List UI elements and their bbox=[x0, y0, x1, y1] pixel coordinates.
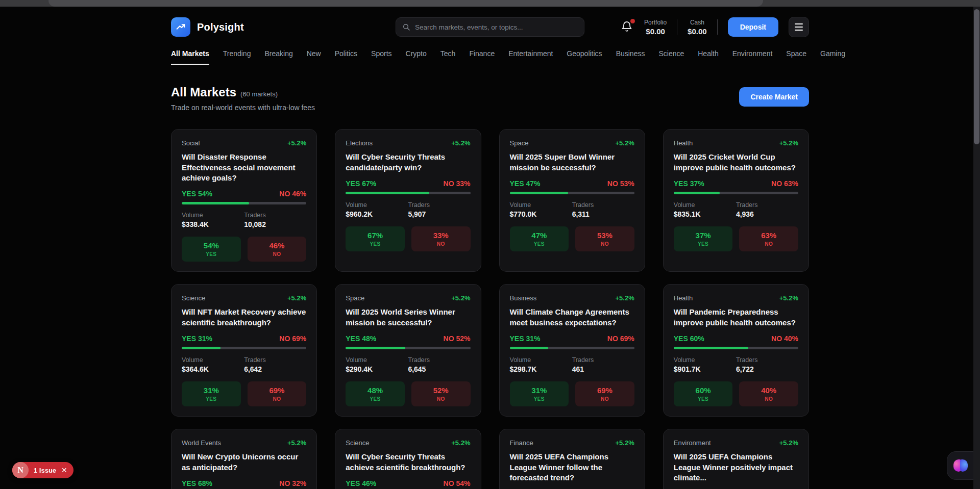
market-change: +5.2% bbox=[616, 439, 634, 447]
buy-no-button[interactable]: 63% NO bbox=[739, 226, 798, 251]
market-card[interactable]: Space +5.2% Will 2025 World Series Winne… bbox=[335, 284, 481, 417]
no-percentage: NO 46% bbox=[279, 190, 306, 198]
yes-percentage: YES 48% bbox=[346, 334, 376, 343]
market-card[interactable]: Business +5.2% Will Climate Change Agree… bbox=[499, 284, 645, 417]
brand[interactable]: Polysight bbox=[171, 17, 244, 37]
app-page: Polysight Portfolio bbox=[0, 0, 980, 489]
traders-stat: Traders 5,907 bbox=[408, 201, 470, 218]
brand-name: Polysight bbox=[197, 21, 244, 33]
create-market-button[interactable]: Create Market bbox=[739, 87, 809, 107]
probability-bar bbox=[510, 192, 634, 194]
market-question: Will Cyber Security Threats candidate/pa… bbox=[346, 152, 470, 173]
volume-value: $835.1K bbox=[674, 210, 736, 218]
buy-no-button[interactable]: 69% NO bbox=[248, 381, 307, 406]
category-nav: All MarketsTrendingBreakingNewPoliticsSp… bbox=[171, 49, 809, 65]
nav-item-entertainment[interactable]: Entertainment bbox=[508, 49, 553, 65]
buy-yes-button[interactable]: 60% YES bbox=[674, 381, 733, 406]
no-percentage: NO 33% bbox=[444, 179, 471, 188]
market-category: Space bbox=[510, 139, 529, 147]
traders-value: 10,082 bbox=[244, 220, 306, 228]
assistant-tab[interactable] bbox=[947, 451, 973, 480]
dev-issue-badge[interactable]: N 1 Issue ✕ bbox=[12, 462, 74, 478]
buy-no-button[interactable]: 53% NO bbox=[575, 226, 634, 251]
nav-item-tech[interactable]: Tech bbox=[440, 49, 456, 65]
buy-no-button[interactable]: 40% NO bbox=[739, 381, 798, 406]
nav-item-environment[interactable]: Environment bbox=[732, 49, 773, 65]
traders-value: 6,311 bbox=[572, 210, 634, 218]
search-input[interactable] bbox=[415, 23, 578, 31]
nav-item-trending[interactable]: Trending bbox=[223, 49, 251, 65]
section-header: All Markets (60 markets) Trade on real-w… bbox=[171, 85, 809, 112]
no-percentage: NO 69% bbox=[279, 334, 306, 343]
market-card[interactable]: Social +5.2% Will Disaster Response Effe… bbox=[171, 129, 317, 272]
search-icon bbox=[402, 23, 410, 31]
market-card[interactable]: World Events +5.2% Will New Crypto Unico… bbox=[171, 429, 317, 489]
traders-value: 6,722 bbox=[736, 365, 798, 373]
menu-button[interactable] bbox=[789, 17, 809, 37]
buy-yes-button[interactable]: 37% YES bbox=[674, 226, 733, 251]
market-change: +5.2% bbox=[779, 294, 798, 302]
nav-item-sports[interactable]: Sports bbox=[371, 49, 391, 65]
market-card[interactable]: Finance +5.2% Will 2025 UEFA Champions L… bbox=[499, 429, 645, 489]
buy-yes-button[interactable]: 47% YES bbox=[510, 226, 569, 251]
market-card[interactable]: Elections +5.2% Will Cyber Security Thre… bbox=[335, 129, 481, 272]
nav-item-all-markets[interactable]: All Markets bbox=[171, 49, 209, 65]
buy-no-button[interactable]: 33% NO bbox=[411, 226, 471, 251]
market-category: World Events bbox=[182, 439, 221, 447]
market-card[interactable]: Health +5.2% Will Pandemic Preparedness … bbox=[663, 284, 809, 417]
volume-value: $298.7K bbox=[510, 365, 572, 373]
yes-percentage: YES 37% bbox=[674, 179, 704, 188]
nav-item-new[interactable]: New bbox=[307, 49, 321, 65]
market-card[interactable]: Environment +5.2% Will 2025 UEFA Champio… bbox=[663, 429, 809, 489]
yes-percentage: YES 31% bbox=[510, 334, 541, 343]
buy-yes-button[interactable]: 31% YES bbox=[510, 381, 569, 406]
volume-stat: Volume $298.7K bbox=[510, 356, 572, 373]
close-icon[interactable]: ✕ bbox=[61, 467, 67, 474]
search-box[interactable] bbox=[396, 17, 584, 37]
buy-yes-button[interactable]: 54% YES bbox=[182, 237, 241, 262]
nav-item-finance[interactable]: Finance bbox=[469, 49, 495, 65]
buy-no-button[interactable]: 46% NO bbox=[248, 237, 307, 262]
nav-item-space[interactable]: Space bbox=[786, 49, 806, 65]
portfolio-label: Portfolio bbox=[644, 19, 667, 26]
page-scrollbar-track[interactable] bbox=[973, 7, 980, 489]
market-category: Environment bbox=[674, 439, 711, 447]
buy-no-button[interactable]: 69% NO bbox=[575, 381, 634, 406]
notifications-button[interactable] bbox=[621, 20, 634, 34]
traders-stat: Traders 4,936 bbox=[736, 201, 798, 218]
market-card[interactable]: Health +5.2% Will 2025 Cricket World Cup… bbox=[663, 129, 809, 272]
market-question: Will New Crypto Unicorns occur as antici… bbox=[182, 452, 306, 473]
nav-item-gaming[interactable]: Gaming bbox=[820, 49, 845, 65]
nav-item-politics[interactable]: Politics bbox=[335, 49, 357, 65]
deposit-button[interactable]: Deposit bbox=[728, 17, 778, 37]
portfolio-value: $0.00 bbox=[644, 27, 667, 36]
market-question: Will 2025 Super Bowl Winner mission be s… bbox=[510, 152, 634, 173]
market-card[interactable]: Space +5.2% Will 2025 Super Bowl Winner … bbox=[499, 129, 645, 272]
market-count: (60 markets) bbox=[240, 90, 278, 98]
volume-stat: Volume $901.7K bbox=[674, 356, 736, 373]
market-question: Will Pandemic Preparedness improve publi… bbox=[674, 307, 798, 328]
market-category: Health bbox=[674, 294, 693, 302]
buy-yes-button[interactable]: 31% YES bbox=[182, 381, 241, 406]
nav-item-business[interactable]: Business bbox=[616, 49, 645, 65]
buy-yes-button[interactable]: 67% YES bbox=[346, 226, 405, 251]
buy-no-button[interactable]: 52% NO bbox=[411, 381, 471, 406]
market-change: +5.2% bbox=[451, 294, 470, 302]
nav-item-science[interactable]: Science bbox=[658, 49, 684, 65]
volume-stat: Volume $835.1K bbox=[674, 201, 736, 218]
market-change: +5.2% bbox=[287, 294, 306, 302]
market-card[interactable]: Science +5.2% Will NFT Market Recovery a… bbox=[171, 284, 317, 417]
buy-yes-button[interactable]: 48% YES bbox=[346, 381, 405, 406]
market-question: Will 2025 World Series Winner mission be… bbox=[346, 307, 470, 328]
nav-item-health[interactable]: Health bbox=[698, 49, 718, 65]
market-card[interactable]: Science +5.2% Will Cyber Security Threat… bbox=[335, 429, 481, 489]
market-question: Will 2025 UEFA Champions League Winner f… bbox=[510, 452, 634, 483]
traders-value: 6,645 bbox=[408, 365, 470, 373]
page-title: All Markets bbox=[171, 85, 236, 99]
page-scrollbar-thumb[interactable] bbox=[974, 9, 979, 144]
nav-item-breaking[interactable]: Breaking bbox=[264, 49, 292, 65]
browser-omnibox-bottom bbox=[48, 0, 763, 7]
nav-item-geopolitics[interactable]: Geopolitics bbox=[567, 49, 602, 65]
nav-item-crypto[interactable]: Crypto bbox=[406, 49, 427, 65]
yes-percentage: YES 46% bbox=[346, 479, 376, 487]
